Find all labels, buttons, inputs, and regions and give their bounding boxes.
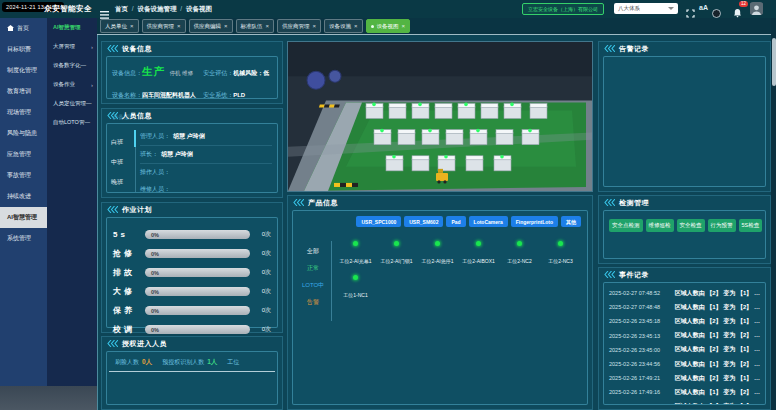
filter-normal[interactable]: 正常 [298, 260, 328, 277]
maintenance-patrol-button[interactable]: 维修巡检 [646, 219, 674, 232]
close-icon[interactable]: × [130, 23, 134, 29]
submenu-device-digital[interactable]: 设备数字化— [47, 56, 97, 75]
field-label: 安全系统： [203, 92, 233, 98]
device-status-item[interactable]: 工位2-AI门锁1 [376, 241, 417, 267]
user-avatar[interactable] [750, 2, 763, 15]
device-status-item[interactable]: 工位2-AI光幕1 [335, 241, 376, 267]
shift-tab-day[interactable]: 白班 [111, 132, 133, 152]
event-row[interactable]: 2025-02-26 23:45:00区域人数由 【2】 变为 【1】 … [609, 343, 760, 357]
event-message: 区域人数由 【1】 变为 【2】 … [675, 360, 760, 369]
submenu-auto-loto[interactable]: 自动LOTO管— [47, 113, 97, 132]
breadcrumb-home[interactable]: 首页 [115, 5, 128, 12]
tab-personnel-unit[interactable]: 人员单位× [100, 19, 139, 33]
filter-all[interactable]: 全部 [298, 243, 328, 260]
filter-alarm[interactable]: 告警 [298, 294, 328, 311]
notification-bell-icon[interactable]: 12 [733, 4, 742, 22]
close-icon[interactable]: × [402, 23, 406, 29]
sidebar-item-system[interactable]: 系统管理 [0, 228, 47, 249]
event-row[interactable]: 2025-02-26 23:45:18区域人数由 【2】 变为 【1】 … [609, 314, 760, 328]
device-status-item[interactable]: 工位1-NC1 [335, 275, 376, 301]
personnel-row-manager: 管理人员：胡慧 卢玲俐 [140, 128, 272, 146]
work-type-label: 排故 [113, 267, 140, 278]
tab-device-facility[interactable]: 设备设施× [324, 19, 363, 33]
event-message: 区域人数由 【1】 变为 【2】 … [675, 331, 760, 340]
scrollbar-thumb[interactable] [772, 38, 776, 86]
progress-percent: 0% [151, 308, 159, 314]
filter-loto[interactable]: LOTO中 [298, 277, 328, 294]
personnel-row-operator: 操作人员： [140, 164, 272, 181]
shift-divider [135, 130, 136, 192]
submenu-ai-management[interactable]: AI智慧管理 [47, 18, 97, 37]
text-size-icon[interactable]: aA [699, 4, 708, 11]
behavior-warning-button[interactable]: 行为预警 [708, 219, 736, 232]
factory-3d-view[interactable] [287, 41, 593, 192]
sidebar-item-training[interactable]: 教育培训 [0, 81, 47, 102]
tab-supplier-management-1[interactable]: 供应商管理× [142, 19, 186, 33]
sidebar-item-risk[interactable]: 风险与隐患 [0, 123, 47, 144]
device-type-button[interactable]: 其他 [561, 216, 581, 227]
sidebar-item-site[interactable]: 现场管理 [0, 102, 47, 123]
device-type-button[interactable]: FingerprintLoto [511, 216, 558, 227]
device-status-item[interactable]: 工位2-NC2 [499, 241, 540, 267]
event-row[interactable]: 2025-02-26 17:49:16区域人数由 【1】 变为 【2】 … [609, 385, 760, 399]
tab-supplier-edit[interactable]: 供应商编辑× [189, 19, 233, 33]
work-plan-panel: 作业计划 5s0%0次 抢修0%0次 排故0%0次 大修0%0次 保养0%0次 … [101, 202, 283, 333]
theme-toggle-icon[interactable] [712, 4, 721, 22]
primary-sidebar: 首页 目标职责 制度化管理 教育培训 现场管理 风险与隐患 应急管理 事故管理 … [0, 18, 47, 410]
event-row[interactable]: 2025-02-26 23:45:13区域人数由 【1】 变为 【2】 … [609, 329, 760, 343]
sidebar-item-improvement[interactable]: 持续改进 [0, 186, 47, 207]
progress-bar: 0% [145, 306, 250, 315]
device-type-button[interactable]: Pad [446, 216, 465, 227]
submenu-personnel-location[interactable]: 人员定位管理— [47, 94, 97, 113]
fullscreen-icon[interactable] [686, 4, 695, 22]
close-icon[interactable]: × [313, 23, 317, 29]
sidebar-item-ai-management[interactable]: AI智慧管理 [0, 207, 47, 228]
submenu-label: 大屏管理 [53, 43, 75, 50]
work-type-label: 校调 [113, 324, 140, 335]
device-type-button[interactable]: USR_SPC1000 [356, 216, 401, 227]
event-row[interactable]: 2025-02-27 07:48:48区域人数由 【1】 变为 【2】 … [609, 300, 760, 314]
safety-eval-field: 安全评估：机械风险：低 [203, 61, 272, 79]
event-row[interactable]: 2025-02-27 07:48:52区域人数由 【2】 变为 【1】 … [609, 286, 760, 300]
close-icon[interactable]: × [177, 23, 181, 29]
sidebar-item-institution[interactable]: 制度化管理 [0, 60, 47, 81]
notification-badge: 12 [739, 1, 748, 7]
sidebar-item-accident[interactable]: 事故管理 [0, 165, 47, 186]
breadcrumb-level1[interactable]: 设备设施管理 [137, 5, 176, 12]
tab-supplier-management-2[interactable]: 供应商管理× [277, 19, 321, 33]
field-value: 胡慧 卢玲俐 [173, 132, 205, 141]
device-status-item[interactable]: 工位2-AI急停1 [417, 241, 458, 267]
close-icon[interactable]: × [224, 23, 228, 29]
progress-percent: 0% [151, 251, 159, 257]
work-count: 0次 [255, 287, 271, 296]
submenu-device-operation[interactable]: 设备作业› [47, 75, 97, 94]
device-status-item[interactable]: 工位2-NC3 [540, 241, 581, 267]
sidebar-item-emergency[interactable]: 应急管理 [0, 144, 47, 165]
device-type-button[interactable]: LotoCamera [469, 216, 508, 227]
menu-collapse-icon[interactable] [100, 5, 109, 13]
field-label: 安全评估： [203, 70, 233, 76]
device-status-item[interactable]: 工位2-AIBOX1 [458, 241, 499, 267]
safety-inspection-button[interactable]: 安全检查 [677, 219, 705, 232]
sidebar-item-label: 教育培训 [7, 87, 31, 96]
system-select-dropdown[interactable]: 八大体系 [614, 3, 678, 14]
submenu-dashboard[interactable]: 大屏管理› [47, 37, 97, 56]
sidebar-item-home[interactable]: 首页 [0, 18, 47, 39]
event-row[interactable]: 2025-02-26 23:44:56区域人数由 【1】 变为 【2】 … [609, 357, 760, 371]
close-icon[interactable]: × [266, 23, 270, 29]
safety-point-check-button[interactable]: 安全点检测 [609, 219, 643, 232]
close-icon[interactable]: × [354, 23, 358, 29]
event-row[interactable]: 2025-02-26 17:48:52区域人数由 【2】 变为 【1】 … [609, 400, 760, 406]
fives-check-button[interactable]: 5S检查 [739, 219, 763, 232]
device-type-button[interactable]: USR_SM602 [404, 216, 443, 227]
sidebar-item-label: 系统管理 [7, 234, 31, 243]
sidebar-item-goals[interactable]: 目标职责 [0, 39, 47, 60]
shift-tab-night[interactable]: 晚班 [111, 172, 133, 192]
page-scrollbar[interactable] [771, 18, 776, 410]
tab-standard-team[interactable]: 标准队伍× [236, 19, 275, 33]
tab-device-view[interactable]: 设备视图× [366, 19, 411, 33]
sidebar-item-label: 事故管理 [7, 171, 31, 180]
event-row[interactable]: 2025-02-26 17:49:21区域人数由 【2】 变为 【1】 … [609, 371, 760, 385]
sidebar-item-label: AI智慧管理 [7, 213, 37, 222]
shift-tab-middle[interactable]: 中班 [111, 152, 133, 172]
